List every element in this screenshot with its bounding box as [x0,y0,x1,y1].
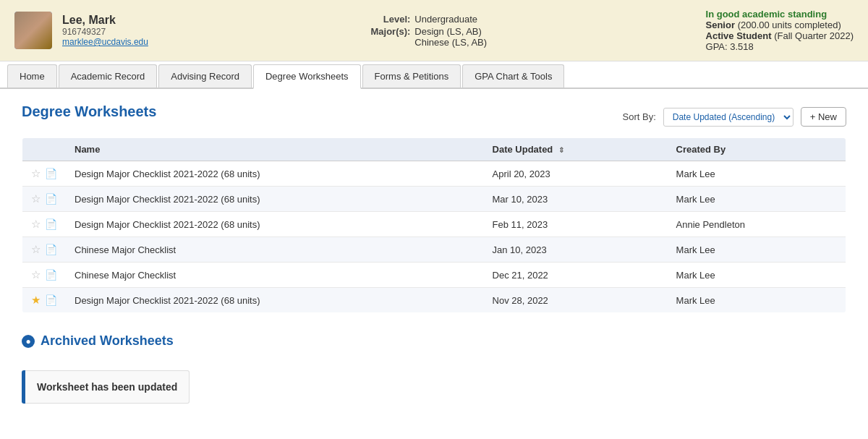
star-icon[interactable]: ☆ [31,268,41,281]
table-header: Name Date Updated ⇕ Created By [22,138,846,161]
avatar-image [14,12,52,49]
row-icons-cell: ☆ 📄 [22,237,67,263]
nav-tab-advising-record[interactable]: Advising Record [158,64,252,88]
star-icon[interactable]: ☆ [31,243,41,256]
row-created-by: Annie Pendleton [668,212,846,237]
row-created-by: Mark Lee [668,187,846,212]
notification: Worksheet has been updated [22,370,268,404]
major-label: Major(s): [367,26,410,37]
row-icons-cell: ☆ 📄 [22,263,67,288]
row-date: Mar 10, 2023 [484,187,668,212]
gpa-value: 3.518 [730,41,754,52]
archived-toggle-icon[interactable]: ● [22,335,35,348]
row-icons-cell: ☆ 📄 [22,161,67,187]
table-row: ★ 📄 Design Major Checklist 2021-2022 (68… [22,288,846,313]
doc-icon[interactable]: 📄 [45,244,57,255]
row-date: April 20, 2023 [484,161,668,187]
page-title: Degree Worksheets [22,103,156,120]
archived-section: ● Archived Worksheets [22,333,846,349]
table-row: ☆ 📄 Chinese Major ChecklistDec 21, 2022M… [22,263,846,288]
worksheets-table: Name Date Updated ⇕ Created By ☆ 📄 Desig… [22,137,846,313]
nav-tab-degree-worksheets[interactable]: Degree Worksheets [253,64,361,89]
gpa-line: GPA: 3.518 [706,41,854,52]
archived-title: ● Archived Worksheets [22,333,846,349]
table-body: ☆ 📄 Design Major Checklist 2021-2022 (68… [22,161,846,313]
active-label: Active Student [706,30,772,41]
row-icons-cell: ☆ 📄 [22,212,67,237]
sort-select[interactable]: Date Updated (Ascending) [663,108,793,127]
major-value: Design (LS, AB) Chinese (LS, AB) [414,26,487,48]
row-created-by: Mark Lee [668,161,846,187]
table-row: ☆ 📄 Chinese Major ChecklistJan 10, 2023M… [22,237,846,263]
page-header: Lee, Mark 916749327 marklee@ucdavis.edu … [0,0,868,61]
level-label: Level: [367,14,410,25]
active-term: (Fall Quarter 2022) [774,30,854,41]
col-name: Name [66,138,484,161]
student-profile-left: Lee, Mark 916749327 marklee@ucdavis.edu [14,12,148,49]
doc-icon[interactable]: 📄 [45,193,57,205]
row-name[interactable]: Chinese Major Checklist [66,263,484,288]
navigation: HomeAcademic RecordAdvising RecordDegree… [0,64,868,89]
doc-icon[interactable]: 📄 [45,218,57,230]
row-date: Nov 28, 2022 [484,288,668,313]
nav-tab-forms-petitions[interactable]: Forms & Petitions [362,64,461,88]
row-created-by: Mark Lee [668,288,846,313]
gpa-label: GPA: [706,41,728,52]
row-icons-cell: ★ 📄 [22,288,67,313]
table-row: ☆ 📄 Design Major Checklist 2021-2022 (68… [22,187,846,212]
table-row: ☆ 📄 Design Major Checklist 2021-2022 (68… [22,212,846,237]
col-date: Date Updated ⇕ [484,138,668,161]
nav-tab-home[interactable]: Home [7,64,57,88]
notification-text: Worksheet has been updated [25,370,190,404]
avatar [14,12,52,49]
star-icon[interactable]: ☆ [31,192,41,205]
new-button[interactable]: + New [801,107,846,127]
sort-arrow: ⇕ [558,146,564,154]
row-created-by: Mark Lee [668,237,846,263]
nav-tab-gpa-chart-tools[interactable]: GPA Chart & Tools [462,64,564,88]
row-icons-cell: ☆ 📄 [22,187,67,212]
main-content: Degree Worksheets Sort By: Date Updated … [0,89,868,418]
sort-control: Sort By: Date Updated (Ascending) + New [623,107,846,127]
doc-icon[interactable]: 📄 [45,269,57,281]
nav-tab-academic-record[interactable]: Academic Record [59,64,158,88]
star-icon[interactable]: ☆ [31,167,41,180]
standing-units: (200.00 units completed) [738,20,841,30]
star-icon[interactable]: ☆ [31,218,41,231]
active-student-line: Active Student (Fall Quarter 2022) [706,30,854,41]
student-email[interactable]: marklee@ucdavis.edu [62,37,148,47]
star-icon[interactable]: ★ [31,294,41,307]
table-row: ☆ 📄 Design Major Checklist 2021-2022 (68… [22,161,846,187]
doc-icon[interactable]: 📄 [45,168,57,179]
sort-label: Sort By: [623,111,656,122]
student-name: Lee, Mark [62,14,148,27]
student-info: Lee, Mark 916749327 marklee@ucdavis.edu [62,14,148,47]
row-date: Feb 11, 2023 [484,212,668,237]
row-created-by: Mark Lee [668,263,846,288]
row-date: Jan 10, 2023 [484,237,668,263]
student-details: Level: Undergraduate Major(s): Design (L… [367,14,487,48]
doc-icon[interactable]: 📄 [45,294,57,306]
standing-year-line: Senior (200.00 units completed) [706,20,854,30]
col-created-by: Created By [668,138,846,161]
student-id: 916749327 [62,27,148,37]
row-name[interactable]: Design Major Checklist 2021-2022 (68 uni… [66,288,484,313]
row-name[interactable]: Design Major Checklist 2021-2022 (68 uni… [66,187,484,212]
archived-label: Archived Worksheets [41,333,174,349]
academic-standing: In good academic standing Senior (200.00… [706,9,854,52]
row-date: Dec 21, 2022 [484,263,668,288]
row-name[interactable]: Design Major Checklist 2021-2022 (68 uni… [66,161,484,187]
row-name[interactable]: Chinese Major Checklist [66,237,484,263]
sort-bar: Degree Worksheets Sort By: Date Updated … [22,103,846,130]
standing-year: Senior [706,20,735,30]
col-star [22,138,67,161]
row-name[interactable]: Design Major Checklist 2021-2022 (68 uni… [66,212,484,237]
level-value: Undergraduate [414,14,477,25]
standing-status: In good academic standing [706,9,854,20]
